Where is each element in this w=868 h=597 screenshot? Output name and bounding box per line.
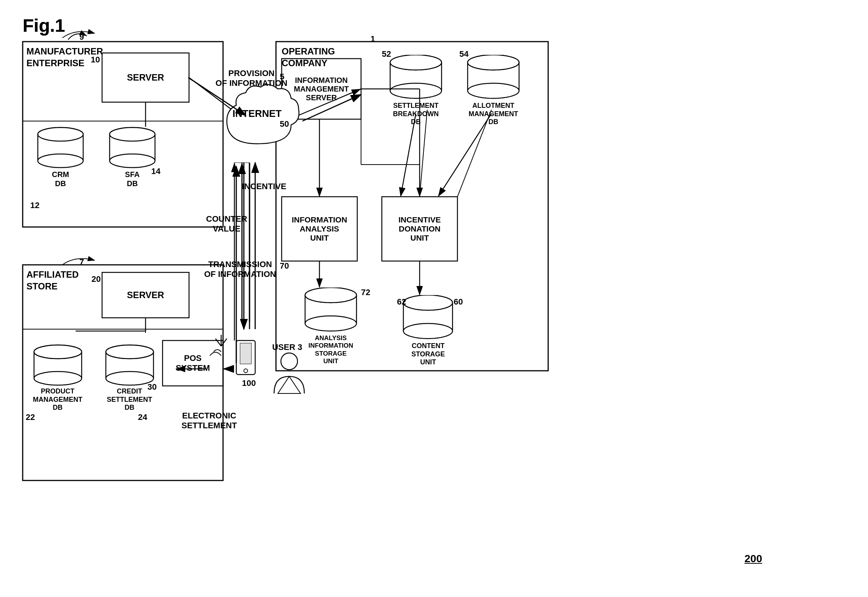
ref-200: 200: [744, 553, 762, 565]
mobile-device-icon: [234, 339, 257, 380]
svg-point-51: [106, 345, 153, 359]
product-db-cylinder: [31, 344, 84, 386]
ref-7: 7: [79, 257, 84, 267]
product-db-label: PRODUCT MANAGEMENT DB: [33, 387, 82, 412]
sfa-db-container: SFA DB: [106, 127, 159, 188]
analysis-storage-cylinder: [302, 288, 359, 333]
server-manufacturer-box: SERVER: [102, 53, 189, 102]
ref-50: 50: [280, 119, 289, 129]
svg-point-78: [281, 353, 298, 370]
settlement-db-cylinder: [388, 55, 444, 100]
svg-point-46: [34, 345, 82, 359]
svg-point-40: [110, 154, 155, 168]
incentive-donation-label: INCENTIVE DONATION UNIT: [398, 215, 441, 243]
svg-point-60: [468, 83, 519, 98]
ref-54: 54: [459, 49, 468, 59]
svg-line-74: [221, 339, 227, 346]
analysis-storage-label: ANALYSIS INFORMATION STORAGE UNIT: [308, 334, 353, 365]
crm-db-container: CRM DB: [34, 127, 87, 188]
ref-62: 62: [397, 297, 406, 307]
incentive-label: INCENTIVE: [242, 182, 286, 191]
pos-system-label: POS SYSTEM: [176, 353, 210, 373]
fig-label: Fig.1: [23, 15, 65, 36]
server-affiliated-label: SERVER: [127, 290, 164, 300]
diagram: Fig.1: [0, 0, 868, 597]
antenna-icon: [206, 333, 236, 371]
internet-label: INTERNET: [232, 108, 282, 120]
crm-db-cylinder: [36, 127, 85, 168]
allotment-db-container: ALLOTMENT MANAGEMENT DB: [463, 55, 524, 126]
user-icon: [272, 352, 306, 397]
ref-72: 72: [361, 288, 370, 297]
ref-100: 100: [242, 378, 256, 388]
svg-point-45: [34, 372, 82, 385]
server-manufacturer-label: SERVER: [127, 72, 164, 83]
info-analysis-box: INFORMATION ANALYSIS UNIT: [282, 197, 357, 261]
server-affiliated-box: SERVER: [102, 272, 189, 318]
content-storage-container: CONTENT STORAGE UNIT: [399, 295, 457, 367]
ref-1: 1: [370, 34, 375, 44]
info-analysis-label: INFORMATION ANALYSIS UNIT: [292, 215, 347, 243]
settlement-db-label: SETTLEMENT BREAKDOWN DB: [393, 102, 439, 126]
svg-point-61: [468, 55, 519, 70]
ref-70: 70: [280, 261, 289, 271]
ref-10: 10: [91, 55, 100, 65]
svg-point-56: [390, 55, 442, 70]
transmission-label: TRANSMISSION OF INFORMATION: [204, 250, 276, 279]
content-storage-cylinder: [401, 295, 456, 340]
ref-24: 24: [138, 412, 147, 422]
svg-point-50: [106, 372, 153, 385]
ref9-arrow: [64, 28, 95, 44]
affiliated-store-label: AFFILIATED STORE: [26, 269, 79, 292]
sfa-db-cylinder: [108, 127, 157, 168]
svg-rect-76: [240, 343, 251, 364]
incentive-donation-box: INCENTIVE DONATION UNIT: [382, 197, 457, 261]
svg-point-55: [390, 83, 442, 98]
svg-line-73: [215, 339, 221, 346]
credit-db-label: CREDIT SETTLEMENT DB: [107, 387, 152, 412]
content-storage-label: CONTENT STORAGE UNIT: [411, 342, 445, 367]
user-label: USER 3: [272, 342, 302, 352]
ref-52: 52: [382, 49, 391, 59]
info-mgmt-server-label: INFORMATION MANAGEMENT SERVER: [294, 76, 349, 102]
info-mgmt-server-box: INFORMATION MANAGEMENT SERVER: [282, 59, 361, 119]
svg-point-70: [403, 323, 453, 339]
product-db-container: PRODUCT MANAGEMENT DB: [28, 344, 87, 412]
sfa-db-label: SFA DB: [125, 170, 140, 188]
ref-14: 14: [151, 166, 160, 176]
ref-60: 60: [454, 297, 463, 307]
electronic-settlement-label: ELECTRONIC SETTLEMENT: [181, 401, 237, 431]
allotment-db-cylinder: [465, 55, 522, 100]
svg-point-34: [38, 154, 83, 168]
settlement-db-container: SETTLEMENT BREAKDOWN DB: [386, 55, 446, 126]
analysis-storage-container: ANALYSIS INFORMATION STORAGE UNIT: [301, 288, 361, 365]
credit-db-container: CREDIT SETTLEMENT DB: [100, 344, 159, 412]
svg-point-35: [38, 127, 83, 141]
allotment-db-label: ALLOTMENT MANAGEMENT DB: [469, 102, 518, 126]
credit-db-cylinder: [103, 344, 156, 386]
provision-of-info-label: PROVISION OF INFORMATION: [215, 59, 287, 88]
svg-point-66: [305, 288, 356, 303]
counter-value-label: COUNTER VALUE: [206, 204, 247, 234]
ref-12: 12: [30, 201, 39, 210]
ref-20: 20: [91, 274, 101, 284]
svg-point-41: [110, 127, 155, 141]
svg-point-71: [403, 295, 453, 310]
crm-db-label: CRM DB: [52, 170, 69, 188]
ref-22: 22: [26, 412, 35, 422]
svg-point-65: [305, 316, 356, 331]
